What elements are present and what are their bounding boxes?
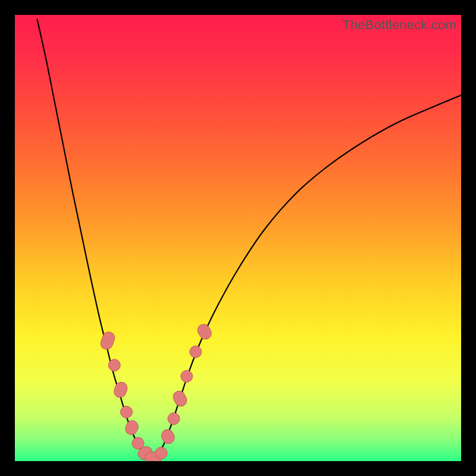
chart-frame: TheBottleneck.com	[0, 0, 476, 476]
marker-circle	[132, 437, 144, 449]
marker-circle	[155, 447, 167, 459]
marker-circle	[181, 371, 193, 383]
watermark-text: TheBottleneck.com	[342, 17, 456, 33]
marker-circle	[190, 346, 202, 358]
chart-svg	[15, 15, 461, 461]
marker-circle	[168, 413, 180, 425]
marker-circle	[121, 406, 133, 418]
plot-area: TheBottleneck.com	[15, 15, 461, 461]
marker-circle	[108, 359, 120, 371]
